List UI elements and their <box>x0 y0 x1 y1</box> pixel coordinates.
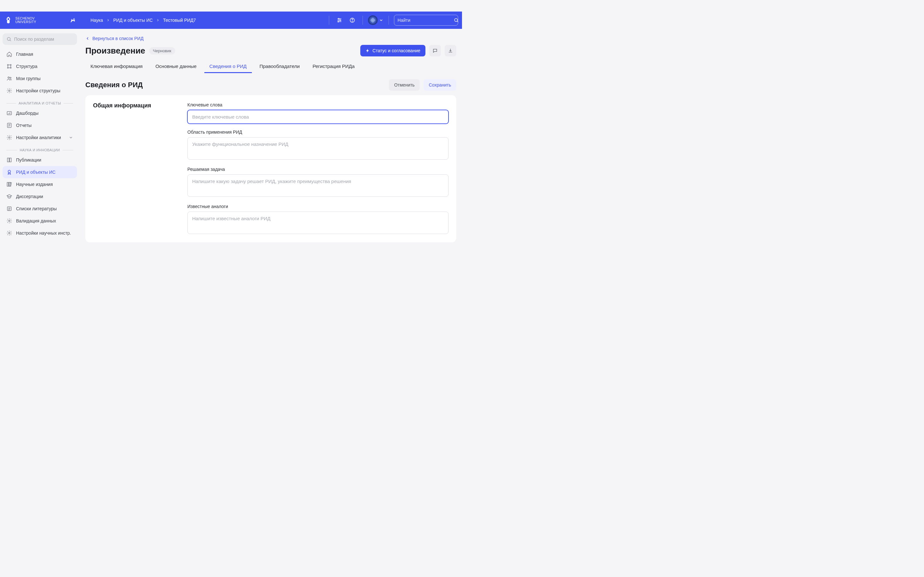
sidebar-search-input[interactable] <box>14 37 73 42</box>
svg-point-18 <box>10 67 11 68</box>
svg-point-21 <box>9 90 10 92</box>
sidebar-item-analytics-settings[interactable]: Настройки аналитики <box>3 131 77 143</box>
book-icon <box>6 157 12 163</box>
status-badge: Черновик <box>149 47 175 55</box>
breadcrumb-item-0[interactable]: Наука <box>90 18 103 23</box>
svg-point-29 <box>9 220 10 222</box>
sidebar-item-label: Валидация данных <box>16 218 56 223</box>
pin-button[interactable] <box>67 15 78 25</box>
browser-chrome-spacer <box>0 0 462 11</box>
svg-point-11 <box>455 19 457 21</box>
form-card: Общая информация Ключевые слова Область … <box>86 95 456 242</box>
tab-rid-details[interactable]: Сведения о РИД <box>204 60 252 73</box>
sidebar-search[interactable] <box>3 33 77 45</box>
tab-registration[interactable]: Регистрация РИДа <box>307 60 360 73</box>
user-menu[interactable] <box>368 15 383 25</box>
download-button[interactable] <box>445 45 456 56</box>
sidebar-item-label: Мои группы <box>16 76 40 81</box>
svg-point-19 <box>8 77 10 79</box>
back-link[interactable]: Вернуться в список РИД <box>86 35 462 45</box>
svg-point-9 <box>372 19 374 21</box>
breadcrumb-item-2: Тестовый РИД7 <box>163 18 196 23</box>
comment-icon <box>433 48 438 53</box>
field-label: Известные аналоги <box>187 204 449 209</box>
logo-icon <box>4 16 13 25</box>
cancel-button[interactable]: Отменить <box>389 79 420 91</box>
sidebar-item-label: Настройки аналитики <box>16 135 61 140</box>
tab-key-info[interactable]: Ключевая информация <box>86 60 148 73</box>
breadcrumb: Наука РИД и объекты ИС Тестовый РИД7 <box>90 18 196 23</box>
tabs: Ключевая информация Основные данные Свед… <box>86 60 462 73</box>
section-title: Сведения о РИД <box>86 81 143 89</box>
award-icon <box>6 169 12 175</box>
section-header: Сведения о РИД Отменить Сохранить <box>86 79 462 91</box>
sidebar-item-dissertations[interactable]: Диссертации <box>3 190 77 203</box>
analogs-textarea[interactable] <box>187 211 449 234</box>
sidebar: Главная Структура Мои группы Настройки с… <box>0 29 79 288</box>
svg-point-13 <box>7 37 10 40</box>
avatar-icon <box>368 15 378 25</box>
graduation-icon <box>6 193 12 199</box>
sidebar-item-label: Настройки научных инстр. <box>16 230 71 235</box>
sidebar-item-label: Главная <box>16 52 33 57</box>
svg-point-20 <box>10 77 11 79</box>
svg-point-8 <box>352 21 352 21</box>
settings-sliders-icon[interactable] <box>334 15 344 25</box>
svg-point-17 <box>7 67 8 68</box>
button-label: Статус и согласование <box>373 48 420 53</box>
gear-icon <box>6 230 12 236</box>
sidebar-item-structure[interactable]: Структура <box>3 60 77 73</box>
svg-line-12 <box>457 21 458 22</box>
search-icon <box>454 18 459 23</box>
sidebar-item-label: Дашборды <box>16 111 39 116</box>
field-label: Ключевые слова <box>187 102 449 107</box>
svg-point-15 <box>7 64 8 65</box>
sidebar-item-dashboards[interactable]: Дашборды <box>3 107 77 119</box>
gear-icon <box>6 135 12 140</box>
field-keywords: Ключевые слова <box>187 102 449 124</box>
app-header: SECHENOV UNIVERSITY Наука РИД и объекты … <box>0 11 462 29</box>
sidebar-item-rid[interactable]: РИД и объекты ИС <box>3 166 77 178</box>
sidebar-item-journals[interactable]: Научные издания <box>3 178 77 190</box>
svg-point-6 <box>338 21 339 22</box>
comments-button[interactable] <box>429 45 441 56</box>
sidebar-item-home[interactable]: Главная <box>3 48 77 60</box>
title-row: Произведение Черновик Статус и согласова… <box>86 45 462 56</box>
help-icon[interactable] <box>347 15 357 25</box>
sidebar-item-label: Отчеты <box>16 123 31 128</box>
sidebar-item-structure-settings[interactable]: Настройки структуры <box>3 85 77 97</box>
sidebar-item-publications[interactable]: Публикации <box>3 154 77 166</box>
form-section-title: Общая информация <box>93 102 180 109</box>
breadcrumb-item-1[interactable]: РИД и объекты ИС <box>113 18 153 23</box>
dashboard-icon <box>6 110 12 116</box>
chevron-down-icon <box>69 135 73 140</box>
search-icon <box>6 37 11 42</box>
tab-rights-holders[interactable]: Правообладатели <box>254 60 305 73</box>
sitemap-icon <box>6 63 12 69</box>
status-approval-button[interactable]: Статус и согласование <box>360 45 425 56</box>
form-section-side: Общая информация <box>93 102 180 235</box>
sidebar-item-validation[interactable]: Валидация данных <box>3 215 77 227</box>
keywords-input[interactable] <box>187 110 449 124</box>
tab-main-data[interactable]: Основные данные <box>150 60 202 73</box>
logo[interactable]: SECHENOV UNIVERSITY <box>4 16 61 25</box>
scope-textarea[interactable] <box>187 137 449 160</box>
chevron-right-icon <box>156 18 160 22</box>
sidebar-item-label: Диссертации <box>16 194 43 199</box>
svg-point-4 <box>340 20 341 21</box>
task-textarea[interactable] <box>187 174 449 197</box>
save-button[interactable]: Сохранить <box>423 79 456 91</box>
field-analogs: Известные аналоги <box>187 204 449 235</box>
sidebar-item-bibliography[interactable]: Списки литературы <box>3 203 77 215</box>
separator <box>329 16 329 25</box>
svg-point-16 <box>10 64 11 65</box>
sidebar-item-science-settings[interactable]: Настройки научных инстр. <box>3 227 77 239</box>
chevron-left-icon <box>86 36 90 41</box>
back-link-label: Вернуться в список РИД <box>92 36 144 41</box>
svg-rect-26 <box>7 182 8 186</box>
sidebar-item-label: Списки литературы <box>16 206 57 211</box>
global-search[interactable] <box>394 15 458 26</box>
sidebar-item-my-groups[interactable]: Мои группы <box>3 73 77 85</box>
sidebar-item-reports[interactable]: Отчеты <box>3 119 77 131</box>
global-search-input[interactable] <box>397 18 454 23</box>
